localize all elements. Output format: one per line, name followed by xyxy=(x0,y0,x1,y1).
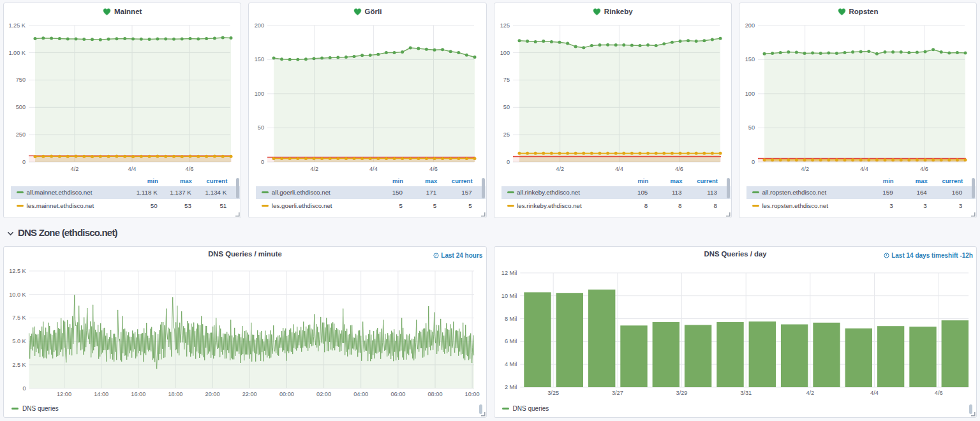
svg-text:50: 50 xyxy=(503,104,509,110)
svg-text:50: 50 xyxy=(748,124,755,131)
svg-text:250: 250 xyxy=(16,131,26,138)
svg-text:4/2: 4/2 xyxy=(801,166,809,172)
svg-text:20:00: 20:00 xyxy=(205,391,220,397)
svg-text:04:00: 04:00 xyxy=(353,391,368,397)
svg-text:10 Mil: 10 Mil xyxy=(501,293,517,299)
svg-text:14:00: 14:00 xyxy=(94,391,108,397)
svg-text:4/2: 4/2 xyxy=(311,166,319,172)
svg-text:08:00: 08:00 xyxy=(428,391,443,397)
svg-text:2.5 K: 2.5 K xyxy=(12,362,26,368)
svg-text:150: 150 xyxy=(255,56,264,63)
svg-text:25: 25 xyxy=(503,131,509,138)
svg-text:5.0 K: 5.0 K xyxy=(12,338,26,344)
svg-text:100: 100 xyxy=(745,91,755,97)
svg-text:6 Mil: 6 Mil xyxy=(504,338,516,344)
svg-text:4/6: 4/6 xyxy=(920,166,928,172)
svg-text:16:00: 16:00 xyxy=(131,391,145,397)
svg-text:10:00: 10:00 xyxy=(465,391,480,397)
svg-text:0: 0 xyxy=(752,159,755,165)
svg-text:0: 0 xyxy=(23,385,26,392)
svg-text:10.0 K: 10.0 K xyxy=(9,292,26,298)
svg-text:3/27: 3/27 xyxy=(612,390,623,396)
svg-text:12 Mil: 12 Mil xyxy=(501,270,517,276)
svg-text:00:00: 00:00 xyxy=(279,391,294,397)
svg-text:2 Mil: 2 Mil xyxy=(504,384,516,390)
svg-text:12.5 K: 12.5 K xyxy=(9,268,26,274)
svg-text:4/4: 4/4 xyxy=(870,390,879,396)
svg-text:4/6: 4/6 xyxy=(429,166,438,172)
svg-text:4/6: 4/6 xyxy=(186,166,194,172)
svg-text:1.25 K: 1.25 K xyxy=(8,22,26,29)
svg-text:0: 0 xyxy=(506,159,509,165)
svg-text:3/31: 3/31 xyxy=(740,390,752,396)
svg-text:4 Mil: 4 Mil xyxy=(504,361,516,367)
svg-text:3/29: 3/29 xyxy=(676,390,687,396)
svg-text:4/6: 4/6 xyxy=(675,166,683,172)
svg-text:75: 75 xyxy=(503,77,509,83)
svg-text:8 Mil: 8 Mil xyxy=(504,316,516,322)
svg-text:100: 100 xyxy=(500,50,509,56)
svg-text:06:00: 06:00 xyxy=(390,391,405,397)
svg-text:0: 0 xyxy=(22,159,26,165)
svg-text:200: 200 xyxy=(745,22,755,29)
svg-text:200: 200 xyxy=(255,22,264,29)
svg-text:4/6: 4/6 xyxy=(934,390,942,396)
svg-text:150: 150 xyxy=(745,56,755,63)
svg-text:4/2: 4/2 xyxy=(556,166,564,172)
svg-text:12:00: 12:00 xyxy=(57,391,71,397)
svg-text:1.00 K: 1.00 K xyxy=(8,50,26,56)
svg-text:4/2: 4/2 xyxy=(806,390,814,396)
svg-text:22:00: 22:00 xyxy=(242,391,257,397)
svg-text:750: 750 xyxy=(16,77,26,83)
svg-text:0: 0 xyxy=(261,159,264,165)
svg-text:4/4: 4/4 xyxy=(615,166,623,172)
svg-text:4/2: 4/2 xyxy=(71,166,79,172)
svg-text:7.5 K: 7.5 K xyxy=(12,314,26,321)
svg-text:3/25: 3/25 xyxy=(547,390,559,396)
svg-text:4/4: 4/4 xyxy=(860,166,868,172)
svg-text:100: 100 xyxy=(255,91,264,97)
svg-text:125: 125 xyxy=(500,22,509,29)
svg-text:4/4: 4/4 xyxy=(128,166,137,172)
svg-text:4/4: 4/4 xyxy=(369,166,378,172)
svg-text:50: 50 xyxy=(258,124,264,131)
svg-text:500: 500 xyxy=(16,104,26,110)
svg-text:02:00: 02:00 xyxy=(316,391,331,397)
svg-text:18:00: 18:00 xyxy=(168,391,182,397)
